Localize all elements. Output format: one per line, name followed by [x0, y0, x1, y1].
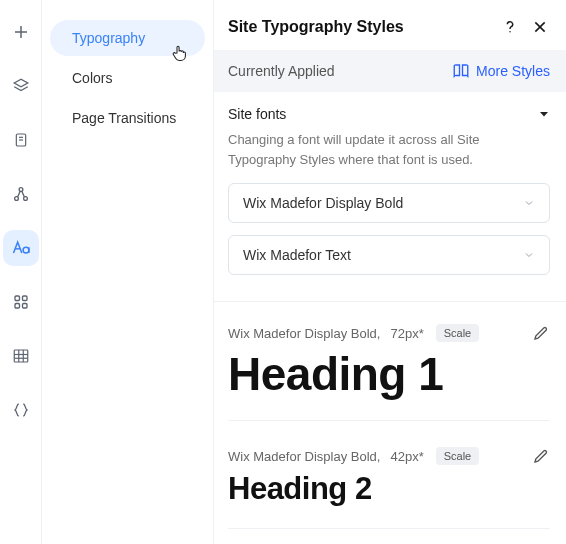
svg-rect-14 [15, 304, 20, 309]
rail-layers-icon[interactable] [3, 68, 39, 104]
style-block-heading-1: Wix Madefor Display Bold 72px* Scale Hea… [214, 302, 566, 431]
panel-title: Site Typography Styles [228, 18, 404, 36]
book-icon [452, 62, 470, 80]
divider [228, 420, 550, 421]
chevron-down-icon [523, 249, 535, 261]
panel-header: Site Typography Styles [214, 0, 566, 50]
panel-header-actions [502, 19, 548, 35]
font-select-secondary[interactable]: Wix Madefor Text [228, 235, 550, 275]
sidebar-item-label: Page Transitions [72, 110, 176, 126]
rail-connect-icon[interactable] [3, 176, 39, 212]
sidebar-item-label: Colors [72, 70, 112, 86]
site-fonts-section: Site fonts Changing a font will update i… [214, 92, 566, 291]
heading-2-sample: Heading 2 [228, 473, 550, 506]
sidebar-item-label: Typography [72, 30, 145, 46]
rail-apps-icon[interactable] [3, 284, 39, 320]
more-styles-label: More Styles [476, 63, 550, 79]
typography-panel: Site Typography Styles Currently Applied… [214, 0, 566, 544]
currently-applied-label: Currently Applied [228, 63, 335, 79]
svg-point-7 [23, 197, 27, 201]
caret-down-icon [538, 108, 550, 120]
rail-grid-icon[interactable] [3, 338, 39, 374]
svg-rect-13 [22, 296, 27, 301]
edit-icon[interactable] [532, 324, 550, 342]
svg-rect-12 [15, 296, 20, 301]
rail-page-icon[interactable] [3, 122, 39, 158]
style-meta: Wix Madefor Display Bold 72px* Scale [228, 324, 550, 342]
close-icon[interactable] [532, 19, 548, 35]
chevron-down-icon [523, 197, 535, 209]
heading-1-sample: Heading 1 [228, 350, 550, 398]
svg-rect-16 [14, 350, 28, 362]
scale-badge[interactable]: Scale [436, 447, 480, 465]
applied-stripe: Currently Applied More Styles [214, 50, 566, 92]
sidebar-item-page-transitions[interactable]: Page Transitions [50, 100, 205, 136]
svg-marker-24 [540, 112, 548, 117]
rail-add-icon[interactable] [3, 14, 39, 50]
style-font-name: Wix Madefor Display Bold [228, 449, 380, 464]
site-fonts-description: Changing a font will update it across al… [228, 130, 550, 169]
svg-point-10 [23, 247, 29, 253]
scale-badge[interactable]: Scale [436, 324, 480, 342]
font-select-value: Wix Madefor Display Bold [243, 195, 403, 211]
style-block-heading-2: Wix Madefor Display Bold 42px* Scale Hea… [214, 431, 566, 539]
style-size: 72px* [390, 326, 423, 341]
font-select-primary[interactable]: Wix Madefor Display Bold [228, 183, 550, 223]
svg-point-6 [14, 197, 18, 201]
design-sidebar: Typography Colors Page Transitions [42, 0, 214, 544]
more-styles-link[interactable]: More Styles [452, 62, 550, 80]
svg-rect-15 [22, 304, 27, 309]
svg-marker-2 [14, 79, 28, 87]
edit-icon[interactable] [532, 447, 550, 465]
svg-point-21 [509, 31, 510, 32]
rail-code-icon[interactable] [3, 392, 39, 428]
sidebar-item-colors[interactable]: Colors [50, 60, 205, 96]
rail-typography-icon[interactable] [3, 230, 39, 266]
style-size: 42px* [390, 449, 423, 464]
help-icon[interactable] [502, 19, 518, 35]
font-select-value: Wix Madefor Text [243, 247, 351, 263]
site-fonts-head[interactable]: Site fonts [228, 106, 550, 122]
site-fonts-title: Site fonts [228, 106, 286, 122]
sidebar-item-typography[interactable]: Typography [50, 20, 205, 56]
tool-rail [0, 0, 42, 544]
style-font-name: Wix Madefor Display Bold [228, 326, 380, 341]
divider [228, 528, 550, 529]
app-root: Typography Colors Page Transitions Site … [0, 0, 566, 544]
style-meta: Wix Madefor Display Bold 42px* Scale [228, 447, 550, 465]
